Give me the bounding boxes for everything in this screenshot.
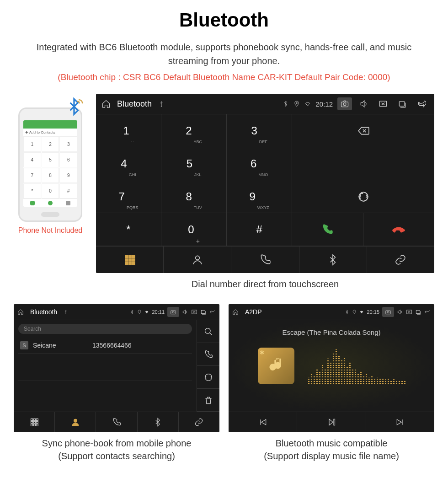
page-title: Bluetooth (14, 9, 434, 31)
wifi-icon (304, 101, 311, 107)
back-icon[interactable] (414, 97, 429, 110)
album-art-icon: ✱ (258, 348, 294, 384)
contact-row[interactable]: S Seicane 13566664466 (18, 338, 192, 354)
music-screen: A2DP 20:15 Escape (The (229, 304, 434, 432)
redial-button[interactable] (292, 180, 434, 213)
location-icon (352, 309, 357, 315)
dialer-title: Bluetooth (117, 99, 152, 109)
svg-point-20 (205, 328, 210, 333)
svg-rect-22 (33, 419, 35, 421)
key-8[interactable]: 8TUV (161, 180, 227, 213)
home-icon[interactable] (101, 99, 111, 108)
clock-time: 20:15 (367, 309, 379, 315)
close-window-icon[interactable] (376, 97, 390, 110)
key-0[interactable]: 0+ (161, 213, 227, 246)
backspace-button[interactable] (292, 114, 434, 147)
search-input[interactable]: Search (18, 324, 192, 334)
phone-illustration: ✚ Add to Contacts 123 456 789 *0# Phone … (14, 94, 87, 235)
camera-icon[interactable] (167, 307, 179, 317)
home-icon[interactable] (17, 309, 24, 315)
camera-icon[interactable] (337, 97, 352, 110)
link-tab[interactable] (367, 247, 434, 273)
close-window-icon[interactable] (406, 309, 412, 315)
key-5[interactable]: 5JKL (161, 147, 227, 180)
key-4[interactable]: 4GHI (96, 147, 161, 180)
close-window-icon[interactable] (191, 309, 197, 315)
recent-calls-tab[interactable] (231, 247, 299, 273)
svg-rect-12 (125, 262, 128, 264)
volume-icon[interactable] (397, 309, 403, 315)
back-icon[interactable] (209, 309, 216, 315)
key-9[interactable]: 9WXYZ (227, 180, 292, 213)
key-1[interactable]: 1⌣ (96, 114, 161, 147)
volume-icon[interactable] (357, 97, 371, 110)
svg-rect-4 (399, 102, 405, 106)
contact-badge: S (20, 341, 28, 349)
usb-icon (64, 310, 68, 314)
contacts-title: Bluetooth (30, 308, 57, 316)
recent-calls-tab[interactable] (96, 412, 137, 432)
usb-icon (158, 101, 165, 107)
svg-rect-13 (128, 262, 131, 264)
key-2[interactable]: 2ABC (161, 114, 227, 147)
key-6[interactable]: 6MNO (227, 147, 292, 180)
recents-icon[interactable] (415, 309, 421, 315)
contacts-tab[interactable] (55, 412, 96, 432)
camera-icon[interactable] (382, 307, 394, 317)
back-icon[interactable] (424, 309, 431, 315)
page-subtitle: Integrated with BC6 Bluetooth module, su… (30, 40, 418, 68)
keypad-tab[interactable] (96, 247, 164, 273)
svg-point-0 (296, 102, 298, 104)
svg-rect-14 (132, 262, 134, 264)
bluetooth-icon (345, 309, 349, 315)
dialer-screen: Bluetooth 20:12 (96, 94, 434, 273)
recents-icon[interactable] (200, 309, 207, 315)
location-icon (137, 309, 142, 315)
key-3[interactable]: 3DEF (227, 114, 292, 147)
link-tab[interactable] (179, 412, 219, 432)
music-caption: Bluetooth music compatible(Support displ… (229, 437, 434, 462)
svg-point-2 (343, 103, 346, 106)
home-icon[interactable] (232, 309, 239, 315)
keypad-tab[interactable] (14, 412, 55, 432)
bluetooth-tab[interactable] (299, 247, 367, 273)
bluetooth-icon (130, 309, 134, 315)
svg-rect-27 (31, 424, 32, 426)
contacts-caption: Sync phone-book from mobile phone(Suppor… (14, 437, 219, 462)
svg-rect-34 (416, 311, 420, 314)
contacts-tab[interactable] (164, 247, 231, 273)
svg-rect-24 (31, 421, 32, 423)
call-button[interactable] (292, 213, 363, 246)
call-button[interactable] (197, 343, 219, 366)
recents-icon[interactable] (395, 97, 410, 110)
svg-point-17 (172, 311, 174, 313)
dialer-caption: Dial number direct from touchscreen (96, 278, 434, 290)
location-icon (293, 101, 300, 107)
hangup-button[interactable] (363, 213, 434, 246)
contact-number: 13566664466 (92, 342, 132, 349)
bluetooth-tab[interactable] (138, 412, 179, 432)
phone-caption: Phone Not Included (14, 226, 87, 235)
clock-time: 20:11 (152, 309, 165, 315)
dialer-status-bar: Bluetooth 20:12 (96, 94, 434, 114)
key-star[interactable]: * (96, 213, 161, 246)
dialer-keypad: 1⌣ 2ABC 3DEF 4GHI 5JKL 6MNO 7PQRS 8TUV 9… (96, 114, 292, 246)
svg-point-15 (195, 256, 199, 260)
delete-button[interactable] (197, 389, 219, 412)
play-pause-button[interactable] (297, 412, 366, 432)
next-track-button[interactable] (366, 412, 434, 432)
svg-rect-9 (125, 259, 128, 261)
svg-rect-11 (132, 259, 134, 261)
equalizer-visualization (308, 348, 405, 384)
volume-icon[interactable] (182, 309, 188, 315)
prev-track-button[interactable] (229, 412, 297, 432)
svg-rect-10 (128, 259, 131, 261)
svg-rect-7 (128, 255, 131, 258)
svg-rect-25 (33, 421, 35, 423)
contact-name: Seicane (33, 342, 88, 349)
key-7[interactable]: 7PQRS (96, 180, 161, 213)
svg-rect-26 (36, 421, 38, 423)
search-button[interactable] (197, 320, 219, 343)
key-hash[interactable]: # (227, 213, 292, 246)
sync-button[interactable] (197, 366, 219, 389)
